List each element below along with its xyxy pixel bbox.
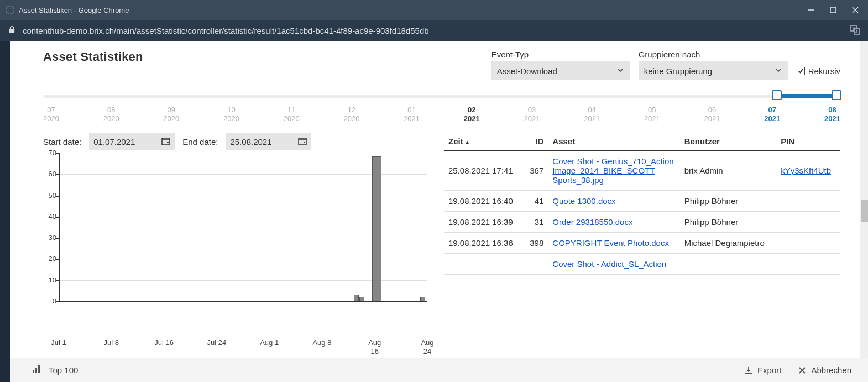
svg-rect-14 xyxy=(304,142,305,143)
cell-pin xyxy=(776,191,840,212)
chart-bar xyxy=(372,156,381,301)
svg-rect-11 xyxy=(167,142,169,143)
bar-chart-icon xyxy=(32,365,41,375)
y-axis-label: 20 xyxy=(44,254,56,263)
cell-time xyxy=(444,254,524,275)
event-type-label: Event-Typ xyxy=(491,50,630,59)
recursive-checkbox[interactable]: Rekursiv xyxy=(797,61,840,80)
top100-button[interactable]: Top 100 xyxy=(49,365,78,375)
cancel-button[interactable]: Abbrechen xyxy=(798,365,851,375)
col-id[interactable]: ID xyxy=(524,133,548,151)
cell-asset: COPYRIGHT Event Photo.docx xyxy=(548,233,679,254)
asset-link[interactable]: Cover Shot - Genius_710_Action Image_201… xyxy=(552,156,673,185)
timeline-label: 012021 xyxy=(404,106,420,124)
svg-rect-16 xyxy=(35,368,37,373)
y-axis-label: 0 xyxy=(44,297,56,305)
cell-pin xyxy=(776,233,840,254)
event-type-select[interactable]: Asset-Download xyxy=(491,61,630,80)
x-axis-label: Aug 1 xyxy=(260,338,279,347)
asset-link[interactable]: COPYRIGHT Event Photo.docx xyxy=(552,238,669,248)
svg-rect-4 xyxy=(9,29,14,33)
chevron-down-icon xyxy=(775,66,782,76)
window-title: Asset Statistiken - Google Chrome xyxy=(19,6,129,14)
url-bar: contenthub-demo.brix.ch/main/assetStatis… xyxy=(0,20,868,41)
data-table: Zeit▲ ID Asset Benutzer PIN 25.08.2021 1… xyxy=(444,133,840,275)
cell-pin: kYy3sKft4Utb xyxy=(776,151,840,191)
timeline-label: 082020 xyxy=(103,106,119,124)
timeline-label: 102020 xyxy=(223,106,239,124)
cell-asset: Quote 1300.docx xyxy=(548,191,679,212)
asset-link[interactable]: Cover Shot - Addict_SL_Action xyxy=(552,259,666,269)
cell-asset: Cover Shot - Addict_SL_Action xyxy=(548,254,679,275)
x-axis-label: Aug24 xyxy=(421,338,433,355)
timeline-label: 062021 xyxy=(704,106,720,124)
translate-icon[interactable]: 文A xyxy=(850,25,860,36)
cell-asset: Cover Shot - Genius_710_Action Image_201… xyxy=(548,151,679,191)
cell-pin xyxy=(776,212,840,233)
col-user[interactable]: Benutzer xyxy=(680,133,777,151)
minimize-button[interactable] xyxy=(807,6,815,14)
table-row: 19.08.2021 16:4041Quote 1300.docxPhilipp… xyxy=(444,191,840,212)
svg-rect-15 xyxy=(33,370,34,373)
y-axis-label: 70 xyxy=(44,149,56,157)
scrollbar[interactable] xyxy=(860,41,868,358)
y-axis-label: 40 xyxy=(44,212,56,221)
x-axis-label: Aug16 xyxy=(368,338,381,355)
chart-bar xyxy=(354,295,359,301)
x-axis-label: Aug 8 xyxy=(312,338,331,347)
end-date-input[interactable]: 25.08.2021 xyxy=(226,133,311,150)
col-asset[interactable]: Asset xyxy=(548,133,679,151)
cell-user: Philipp Böhner xyxy=(680,191,777,212)
maximize-button[interactable] xyxy=(829,6,837,14)
cell-user: Philipp Böhner xyxy=(680,212,777,233)
url-text[interactable]: contenthub-demo.brix.ch/main/assetStatis… xyxy=(23,26,429,35)
export-button[interactable]: Export xyxy=(744,365,781,375)
pin-link[interactable]: kYy3sKft4Utb xyxy=(781,166,831,175)
cell-time: 19.08.2021 16:36 xyxy=(444,233,524,254)
group-by-label: Gruppieren nach xyxy=(639,50,788,59)
end-date-value: 25.08.2021 xyxy=(230,137,271,146)
col-pin[interactable]: PIN xyxy=(776,133,840,151)
cell-id: 398 xyxy=(524,233,548,254)
cell-user: brix Admin xyxy=(680,151,777,191)
close-button[interactable] xyxy=(851,6,859,14)
timeline-slider[interactable]: 0720200820200920201020201120201220200120… xyxy=(43,90,840,129)
x-axis-label: Jul 8 xyxy=(104,338,119,347)
checkbox-icon xyxy=(797,67,805,75)
event-type-value: Asset-Download xyxy=(497,66,557,76)
timeline-handle-start[interactable] xyxy=(772,90,782,100)
group-by-select[interactable]: keine Gruppierung xyxy=(639,61,788,80)
cell-user: Michael Degiampietro xyxy=(680,233,777,254)
x-axis-label: Jul 24 xyxy=(207,338,226,347)
scrollbar-thumb[interactable] xyxy=(861,200,868,222)
chart-bar xyxy=(420,297,425,301)
y-axis-label: 30 xyxy=(44,233,56,242)
group-by-value: keine Gruppierung xyxy=(644,66,712,76)
timeline-label: 112020 xyxy=(284,106,300,124)
asset-link[interactable]: Order 29318550.docx xyxy=(552,217,632,227)
start-date-input[interactable]: 01.07.2021 xyxy=(89,133,175,150)
timeline-label: 082021 xyxy=(824,106,840,124)
timeline-label: 032021 xyxy=(524,106,540,124)
timeline-label: 072021 xyxy=(764,106,780,124)
app-icon xyxy=(6,6,14,14)
cell-time: 19.08.2021 16:39 xyxy=(444,212,524,233)
col-time[interactable]: Zeit▲ xyxy=(444,133,524,151)
cell-time: 25.08.2021 17:41 xyxy=(444,151,524,191)
calendar-icon xyxy=(161,137,170,147)
asset-link[interactable]: Quote 1300.docx xyxy=(552,196,615,206)
cell-user xyxy=(680,254,777,275)
page-title: Asset Statistiken xyxy=(43,50,143,64)
table-header-row: Zeit▲ ID Asset Benutzer PIN xyxy=(444,133,840,151)
start-date-label: Start date: xyxy=(43,137,81,146)
cell-id xyxy=(524,254,548,275)
timeline-handle-end[interactable] xyxy=(832,90,841,100)
cell-id: 367 xyxy=(524,151,548,191)
cell-id: 31 xyxy=(524,212,548,233)
cell-id: 41 xyxy=(524,191,548,212)
chevron-down-icon xyxy=(616,66,624,76)
table-row: 19.08.2021 16:3931Order 29318550.docxPhi… xyxy=(444,212,840,233)
timeline-label: 042021 xyxy=(584,106,600,124)
svg-rect-1 xyxy=(830,7,836,13)
lock-icon[interactable] xyxy=(8,25,16,35)
